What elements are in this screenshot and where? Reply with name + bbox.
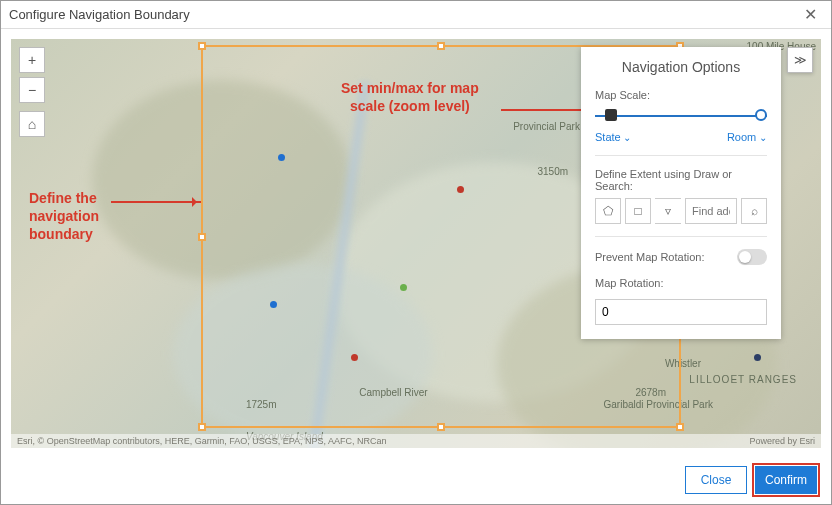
dialog-title: Configure Navigation Boundary — [9, 7, 190, 22]
confirm-button[interactable]: Confirm — [755, 466, 817, 494]
close-icon[interactable]: ✕ — [798, 5, 823, 24]
slider-end-labels: State Room — [595, 131, 767, 143]
attribution-left: Esri, © OpenStreetMap contributors, HERE… — [17, 436, 387, 446]
annotation-boundary: Define the navigation boundary — [29, 189, 99, 244]
slider-track — [595, 115, 767, 117]
home-button[interactable]: ⌂ — [19, 111, 45, 137]
zoom-in-button[interactable]: + — [19, 47, 45, 73]
resize-handle[interactable] — [437, 42, 445, 50]
slider-min-thumb[interactable] — [605, 109, 617, 121]
address-search-input[interactable] — [685, 198, 737, 224]
map-scale-label: Map Scale: — [595, 89, 767, 101]
resize-handle[interactable] — [437, 423, 445, 431]
slider-max-thumb[interactable] — [755, 109, 767, 121]
map-tools: + − ⌂ — [19, 47, 45, 137]
panel-title: Navigation Options — [595, 59, 767, 75]
map-rotation-input[interactable] — [595, 299, 767, 325]
draw-polygon-button[interactable]: ⬠ — [595, 198, 621, 224]
dialog-frame: Configure Navigation Boundary ✕ 100 Mile… — [0, 0, 832, 505]
resize-handle[interactable] — [198, 233, 206, 241]
prevent-rotation-label: Prevent Map Rotation: — [595, 251, 704, 263]
map-label-lillooet: LILLOOET RANGES — [689, 374, 797, 385]
scale-min-dropdown[interactable]: State — [595, 131, 631, 143]
extent-label: Define Extent using Draw or Search: — [595, 168, 767, 192]
annotation-scale: Set min/max for map scale (zoom level) — [341, 79, 479, 115]
resize-handle[interactable] — [676, 423, 684, 431]
rotation-label: Map Rotation: — [595, 277, 767, 289]
titlebar: Configure Navigation Boundary ✕ — [1, 1, 831, 29]
map-point-icon — [754, 354, 761, 361]
prevent-rotation-row: Prevent Map Rotation: — [595, 249, 767, 265]
draw-rectangle-button[interactable]: □ — [625, 198, 651, 224]
panel-collapse-button[interactable]: ≫ — [787, 47, 813, 73]
divider — [595, 155, 767, 156]
search-icon[interactable]: ⌕ — [741, 198, 767, 224]
scale-max-dropdown[interactable]: Room — [727, 131, 767, 143]
attribution-bar: Esri, © OpenStreetMap contributors, HERE… — [11, 434, 821, 448]
navigation-options-panel: Navigation Options Map Scale: State Room… — [581, 47, 781, 339]
prevent-rotation-toggle[interactable] — [737, 249, 767, 265]
zoom-out-button[interactable]: − — [19, 77, 45, 103]
dialog-footer: Close Confirm — [1, 458, 831, 504]
resize-handle[interactable] — [198, 423, 206, 431]
attribution-right: Powered by Esri — [749, 436, 815, 446]
close-button[interactable]: Close — [685, 466, 747, 494]
map-scale-slider[interactable] — [595, 107, 767, 125]
extent-tools-row: ⬠ □ ▿ ⌕ — [595, 198, 767, 224]
annotation-arrow-icon — [111, 201, 201, 203]
map-canvas[interactable]: 100 Mile House Campbell River Vancouver … — [11, 39, 821, 448]
resize-handle[interactable] — [198, 42, 206, 50]
extent-dropdown-button[interactable]: ▿ — [655, 198, 681, 224]
divider — [595, 236, 767, 237]
